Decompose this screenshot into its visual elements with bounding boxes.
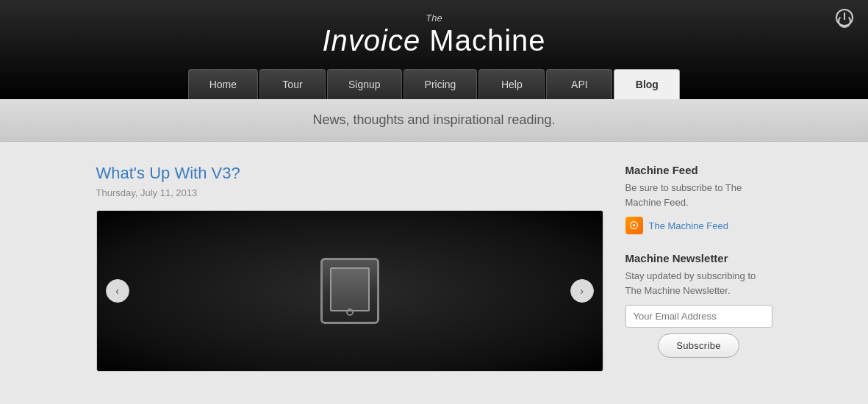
- subscribe-button[interactable]: Subscribe: [658, 333, 739, 358]
- feed-link[interactable]: ☉ The Machine Feed: [625, 217, 772, 234]
- feed-link-label: The Machine Feed: [649, 220, 728, 231]
- article-title: What's Up With V3?: [96, 164, 603, 183]
- logo-main: Invoice Machine: [322, 24, 545, 57]
- nav-tour[interactable]: Tour: [259, 69, 326, 99]
- main-content: What's Up With V3? Thursday, July 11, 20…: [82, 164, 787, 375]
- header: The Invoice Machine Home Tour Signup Pri…: [0, 0, 868, 99]
- logo-area: The Invoice Machine: [0, 13, 868, 69]
- nav-pricing[interactable]: Pricing: [403, 69, 478, 99]
- next-slide-button[interactable]: ›: [570, 279, 594, 303]
- article-section: What's Up With V3? Thursday, July 11, 20…: [96, 164, 603, 375]
- nav-help[interactable]: Help: [478, 69, 545, 99]
- power-icon[interactable]: [836, 9, 853, 26]
- device-screen: [330, 267, 370, 311]
- slideshow-inner: [97, 211, 603, 371]
- logo-machine-text: Machine: [429, 24, 545, 57]
- logo-the: The: [0, 13, 868, 23]
- slideshow: ‹ ›: [96, 210, 603, 372]
- logo-invoice: Invoice: [322, 24, 420, 57]
- newsletter-text: Stay updated by subscribing to The Machi…: [625, 269, 772, 297]
- nav-home[interactable]: Home: [188, 69, 258, 99]
- feed-section: Machine Feed Be sure to subscribe to The…: [625, 164, 772, 234]
- email-input[interactable]: [625, 305, 772, 328]
- subtitle-bar: News, thoughts and inspirational reading…: [0, 99, 868, 142]
- device-icon: [320, 258, 379, 324]
- prev-slide-button[interactable]: ‹: [106, 279, 129, 303]
- subtitle-text: News, thoughts and inspirational reading…: [312, 112, 555, 127]
- nav-api[interactable]: API: [546, 69, 612, 99]
- nav-blog[interactable]: Blog: [614, 69, 680, 99]
- newsletter-section: Machine Newsletter Stay updated by subsc…: [625, 252, 772, 358]
- rss-icon-symbol: ☉: [629, 220, 639, 231]
- main-nav: Home Tour Signup Pricing Help API Blog: [0, 69, 868, 99]
- device-button: [346, 309, 354, 316]
- newsletter-heading: Machine Newsletter: [625, 252, 772, 264]
- feed-heading: Machine Feed: [625, 164, 772, 176]
- article-date: Thursday, July 11, 2013: [96, 187, 603, 198]
- nav-signup[interactable]: Signup: [327, 69, 402, 99]
- sidebar: Machine Feed Be sure to subscribe to The…: [625, 164, 772, 375]
- feed-text: Be sure to subscribe to The Machine Feed…: [625, 181, 772, 209]
- rss-icon: ☉: [625, 217, 643, 234]
